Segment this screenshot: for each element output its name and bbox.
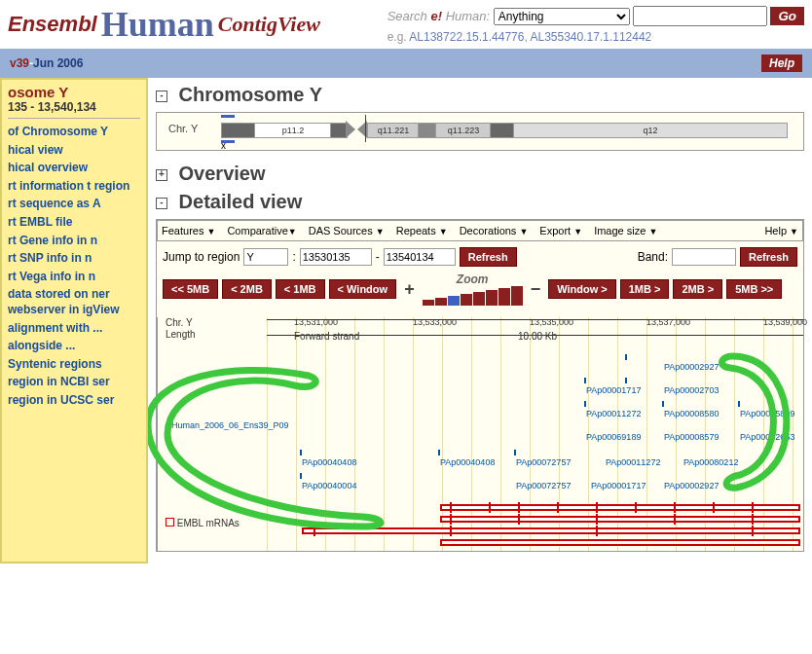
feature-link[interactable]: PAp00040408 [302, 457, 356, 467]
nav-right-5mb[interactable]: 5MB >> [726, 279, 782, 299]
feature-link[interactable]: PAp00011272 [586, 409, 641, 418]
feature-source-link[interactable]: Human_2006_06_Ens39_P09 [171, 420, 289, 430]
search-input[interactable] [633, 6, 767, 26]
menu-comparative[interactable]: Comparative▼ [227, 225, 296, 236]
menu-imagesize[interactable]: Image size ▼ [594, 225, 657, 236]
feature-link[interactable]: PAp00001717 [586, 385, 641, 395]
refresh-region-button[interactable]: Refresh [460, 247, 517, 267]
menu-features[interactable]: Features ▼ [162, 225, 215, 236]
zoom-out-icon[interactable]: − [527, 279, 545, 300]
nav-left-1mb[interactable]: < 1MB [276, 279, 325, 299]
nav-left-5mb[interactable]: << 5MB [163, 279, 218, 299]
nav-right-1mb[interactable]: 1MB > [620, 279, 670, 299]
feature-link[interactable]: PAp00008580 [664, 409, 719, 418]
logo-ensembl: Ensembl [8, 12, 97, 37]
detailed-heading: - Detailed view [156, 191, 804, 213]
chr-label: Chr. Y [168, 123, 198, 134]
logo-human: Human [101, 4, 214, 45]
menu-help[interactable]: Help ▼ [764, 225, 798, 236]
sidebar-link[interactable]: data stored on ner webserver in igView [8, 287, 140, 317]
zoom-label: Zoom [457, 272, 489, 286]
feature-link[interactable]: PAp00002927 [664, 362, 719, 372]
menu-repeats[interactable]: Repeats ▼ [396, 225, 448, 236]
ideogram-panel: Chr. Y p11.2 q11.221 q11.223 q12 x [156, 112, 804, 151]
band-label: Band: [638, 250, 668, 264]
jump-start-input[interactable] [300, 248, 372, 266]
sidebar-link[interactable]: hical overview [8, 161, 140, 176]
embl-legend-icon [166, 518, 174, 527]
sidebar-link[interactable]: alignment with ... [8, 321, 140, 337]
menu-das[interactable]: DAS Sources ▼ [309, 225, 385, 236]
expand-icon[interactable]: + [156, 169, 167, 181]
sidebar: osome Y 135 - 13,540,134 of Chromosome Y… [0, 78, 148, 563]
track-length-label: Length [166, 329, 196, 340]
chromosome-heading: - Chromosome Y [156, 84, 804, 106]
band-input[interactable] [672, 248, 736, 266]
feature-link[interactable]: PAp00011272 [606, 457, 660, 467]
collapse-icon[interactable]: - [156, 198, 167, 209]
go-button[interactable]: Go [770, 7, 804, 25]
feature-link[interactable]: PAp00002653 [740, 432, 794, 442]
sidebar-title: osome Y [8, 84, 140, 100]
menu-export[interactable]: Export ▼ [539, 225, 582, 236]
collapse-icon[interactable]: - [156, 91, 167, 102]
overview-heading: + Overview [156, 163, 804, 185]
track-area: Chr. Y Length 13,531,000 13,533,000 13,5… [157, 317, 803, 551]
zoom-in-icon[interactable]: + [400, 279, 419, 300]
feature-link[interactable]: PAp00069189 [586, 432, 641, 442]
menu-decorations[interactable]: Decorations ▼ [460, 225, 529, 236]
nav-right-window[interactable]: Window > [548, 279, 616, 299]
sidebar-link[interactable]: Syntenic regions [8, 357, 140, 373]
feature-link[interactable]: PAp00025809 [740, 409, 794, 418]
feature-link[interactable]: PAp00072757 [516, 457, 571, 467]
feature-link[interactable]: PAp00001717 [591, 481, 646, 490]
sidebar-link[interactable]: rt information t region [8, 179, 140, 195]
feature-link[interactable]: PAp00080212 [683, 457, 738, 467]
jump-chr-input[interactable] [243, 248, 288, 266]
refresh-band-button[interactable]: Refresh [740, 247, 797, 267]
example-link-1[interactable]: AL138722.15.1.44776 [409, 30, 524, 44]
nav-right-2mb[interactable]: 2MB > [673, 279, 722, 299]
sidebar-link[interactable]: rt sequence as A [8, 197, 140, 212]
sidebar-link[interactable]: rt SNP info in n [8, 251, 140, 267]
help-button[interactable]: Help [761, 54, 802, 72]
x-label: x [221, 140, 226, 151]
sidebar-link[interactable]: region in UCSC ser [8, 393, 140, 409]
sidebar-link[interactable]: alongside ... [8, 339, 140, 354]
feature-link[interactable]: PAp00002927 [664, 481, 719, 490]
sidebar-link[interactable]: hical view [8, 143, 140, 159]
sidebar-link[interactable]: of Chromosome Y [8, 125, 140, 140]
example-link-2[interactable]: AL355340.17.1.112442 [530, 30, 651, 44]
embl-label: EMBL mRNAs [166, 518, 240, 528]
sidebar-link[interactable]: rt Gene info in n [8, 234, 140, 249]
position-marker [365, 115, 366, 142]
logo-contigview: ContigView [218, 12, 320, 37]
sidebar-link[interactable]: region in NCBI ser [8, 375, 140, 390]
menu-bar: Features ▼ Comparative▼ DAS Sources ▼ Re… [157, 220, 803, 241]
sidebar-link[interactable]: rt Vega info in n [8, 270, 140, 285]
nav-left-2mb[interactable]: < 2MB [222, 279, 272, 299]
search-type-select[interactable]: Anything [494, 8, 630, 25]
svg-marker-0 [346, 121, 355, 138]
sidebar-link[interactable]: rt EMBL file [8, 215, 140, 231]
zoom-slider[interactable] [423, 286, 523, 306]
feature-link[interactable]: PAp00040408 [440, 457, 495, 467]
feature-link[interactable]: PAp00008579 [664, 432, 719, 442]
feature-link[interactable]: PAp00040004 [302, 481, 356, 490]
jump-label: Jump to region [163, 250, 240, 264]
nav-left-window[interactable]: < Window [329, 279, 397, 299]
version-bar: v39 - Jun 2006 Help [0, 49, 812, 78]
sidebar-range: 135 - 13,540,134 [8, 100, 140, 119]
example-row: e.g. AL138722.15.1.44776, AL355340.17.1.… [388, 30, 804, 44]
jump-end-input[interactable] [384, 248, 456, 266]
search-label: Search e! Human: [388, 9, 494, 23]
track-chr-label: Chr. Y [166, 317, 193, 328]
feature-link[interactable]: PAp00072757 [516, 481, 571, 490]
feature-link[interactable]: PAp00002703 [664, 385, 719, 395]
